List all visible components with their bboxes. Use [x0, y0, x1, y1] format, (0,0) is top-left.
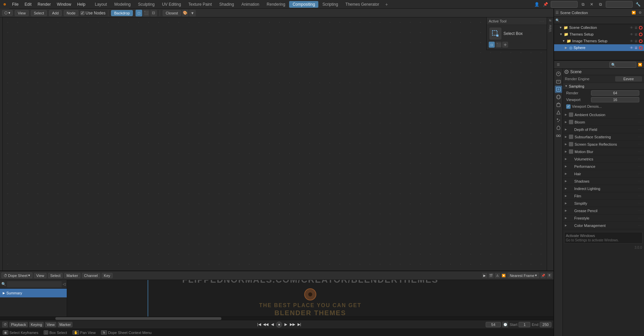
- dope-marker-menu[interactable]: Marker: [64, 273, 80, 278]
- editor-type-button[interactable]: ⬡ ▾: [2, 10, 13, 16]
- props-icon-constraints[interactable]: [555, 132, 562, 139]
- render-samples-value[interactable]: 64: [591, 90, 639, 96]
- menu-render[interactable]: Render: [35, 1, 53, 7]
- menu-help[interactable]: Help: [74, 1, 88, 7]
- outliner-search-input[interactable]: [560, 17, 643, 23]
- outliner-item-themes-setup[interactable]: ▼ 📁 Themes Setup 👁 🖥 ⭕: [554, 31, 644, 38]
- add-menu[interactable]: Add: [49, 10, 62, 16]
- dope-view-icon[interactable]: ◁: [63, 282, 65, 286]
- bloom-checkbox[interactable]: [569, 120, 573, 124]
- mb-section[interactable]: ▶ Motion Blur ···: [563, 148, 644, 155]
- at-mode-0[interactable]: □: [489, 42, 495, 48]
- render-engine-dropdown[interactable]: Eevee: [615, 76, 642, 82]
- perf-section[interactable]: ▶ Performance ···: [563, 163, 644, 170]
- freestyle-section[interactable]: ▶ Freestyle ···: [563, 214, 644, 222]
- ssr-checkbox[interactable]: [569, 142, 573, 146]
- mode-btn-1[interactable]: ⬛: [143, 10, 150, 16]
- hair-section[interactable]: ▶ Hair ···: [563, 170, 644, 178]
- dope-camera-icon[interactable]: 🎬: [488, 273, 494, 278]
- add-workspace-button[interactable]: +: [383, 1, 390, 8]
- outliner-item-scene-collection[interactable]: ▼ 📁 Scene Collection 👁 🖥 ⭕: [554, 24, 644, 31]
- view-menu-pb[interactable]: View: [45, 322, 56, 327]
- props-icon-render[interactable]: [555, 70, 562, 78]
- tab-sculpting[interactable]: Sculpting: [135, 1, 158, 8]
- dope-channel-menu[interactable]: Channel: [82, 273, 100, 278]
- outliner-item-sphere[interactable]: ▶ ◎ Sphere 👁 🖥 ⭕: [554, 44, 644, 51]
- render-icon[interactable]: ▼: [189, 10, 196, 16]
- node-menu[interactable]: Node: [64, 10, 78, 16]
- tab-scripting[interactable]: Scripting: [319, 1, 341, 8]
- use-nodes-checkbox[interactable]: ✓: [80, 11, 85, 15]
- sampling-header[interactable]: ▼ Sampling: [563, 83, 644, 90]
- bloom-section[interactable]: ▶ Bloom ···: [563, 118, 644, 126]
- current-frame-input[interactable]: 54: [486, 322, 501, 327]
- marker-menu-pb[interactable]: Marker: [58, 322, 72, 327]
- sss-section[interactable]: ▶ Subsurface Scattering ···: [563, 133, 644, 141]
- slot-icon[interactable]: 🎨: [182, 10, 189, 16]
- il-section[interactable]: ▶ Indirect Lighting ···: [563, 185, 644, 192]
- select-menu[interactable]: Select: [31, 10, 47, 16]
- sss-checkbox[interactable]: [569, 135, 573, 139]
- film-section[interactable]: ▶ Film ···: [563, 192, 644, 200]
- scene-expand-icon[interactable]: ⧉: [580, 1, 586, 8]
- filter-dropdown[interactable]: Closest: [163, 10, 181, 16]
- play-btn[interactable]: ▶: [283, 322, 289, 328]
- start-frame-input[interactable]: 1: [519, 322, 530, 327]
- dope-search-input[interactable]: [7, 281, 62, 287]
- right-strip-icon-1[interactable]: N: [548, 18, 553, 23]
- playback-menu[interactable]: Playback: [9, 322, 28, 327]
- backdrop-button[interactable]: Backdrop: [111, 10, 132, 16]
- vol-section[interactable]: ▶ Volumetrics ···: [563, 155, 644, 163]
- ao-checkbox[interactable]: [569, 112, 573, 117]
- tab-compositing[interactable]: Compositing: [289, 1, 318, 8]
- dope-type-selector[interactable]: ⏱ Dope Sheet ▾: [1, 273, 33, 278]
- scene-close-icon[interactable]: ✕: [588, 1, 595, 8]
- shadows-section[interactable]: ▶ Shadows ···: [563, 178, 644, 185]
- stop-btn[interactable]: ■: [276, 322, 282, 328]
- render-clock-icon[interactable]: 🕐: [502, 322, 508, 328]
- outliner-item-image-themes[interactable]: ▼ 📁 Image Themes Setup 👁 🖥 ⭕: [554, 38, 644, 44]
- gp-section[interactable]: ▶ Grease Pencil ···: [563, 207, 644, 214]
- viewport-samples-value[interactable]: 16: [591, 97, 639, 102]
- props-icon-scene[interactable]: [555, 86, 562, 93]
- cm-section[interactable]: ▶ Color Management ···: [563, 222, 644, 229]
- node-canvas[interactable]: Active Tool ···: [3, 17, 547, 271]
- view-vertical-label[interactable]: View: [548, 25, 552, 32]
- outliner-filter-icon[interactable]: 🔽: [631, 10, 636, 15]
- vp-denoise-checkbox[interactable]: ✓: [566, 104, 571, 109]
- split-icon[interactable]: ⧉: [597, 1, 604, 8]
- nearest-frame-dropdown[interactable]: Nearest Frame ▾: [507, 273, 539, 278]
- props-menu-icon[interactable]: ☰: [555, 62, 561, 67]
- dof-section[interactable]: ▶ Depth of Field ···: [563, 126, 644, 133]
- pin-icon[interactable]: 📌: [542, 1, 549, 8]
- scene-name-input[interactable]: Scene: [551, 1, 578, 8]
- props-filter-icon[interactable]: 🔽: [637, 62, 643, 67]
- at-mode-1[interactable]: ⬛: [495, 42, 501, 48]
- timeline-scrollbar-thumb[interactable]: [55, 317, 221, 320]
- ao-section[interactable]: ▶ Ambient Occlusion ···: [563, 111, 644, 118]
- props-search-input[interactable]: [609, 62, 636, 68]
- props-icon-physics[interactable]: [555, 124, 562, 132]
- filter-icon[interactable]: 🔧: [635, 1, 641, 8]
- use-nodes-toggle[interactable]: ✓ Use Nodes: [80, 11, 105, 15]
- jump-to-start-btn[interactable]: |◀: [256, 322, 262, 328]
- tab-shading[interactable]: Shading: [216, 1, 237, 8]
- end-frame-input[interactable]: 250: [540, 322, 551, 327]
- tab-modeling[interactable]: Modeling: [111, 1, 134, 8]
- view-menu[interactable]: View: [15, 10, 29, 16]
- tab-rendering[interactable]: Rendering: [263, 1, 288, 8]
- dope-view-menu[interactable]: View: [34, 273, 47, 278]
- dope-snap-icon[interactable]: ⧖: [547, 273, 552, 278]
- mode-btn-2[interactable]: ⊡: [150, 10, 157, 16]
- timeline-scrollbar[interactable]: [0, 317, 553, 320]
- menu-file[interactable]: File: [9, 1, 21, 7]
- view-layer-input[interactable]: View Layer: [606, 1, 633, 8]
- tab-layout[interactable]: Layout: [92, 1, 110, 8]
- dope-timeline[interactable]: FLIPPEDNORMALS.COM/CREATOR/BLENDERTHEMES…: [67, 280, 553, 317]
- dope-pin-icon[interactable]: 📌: [540, 273, 546, 278]
- at-mode-2[interactable]: ✛: [502, 42, 508, 48]
- tab-texture-paint[interactable]: Texture Paint: [185, 1, 215, 8]
- mode-btn-0[interactable]: □: [136, 10, 142, 16]
- ssr-section[interactable]: ▶ Screen Space Reflections ···: [563, 141, 644, 148]
- user-icon[interactable]: 👤: [533, 1, 540, 8]
